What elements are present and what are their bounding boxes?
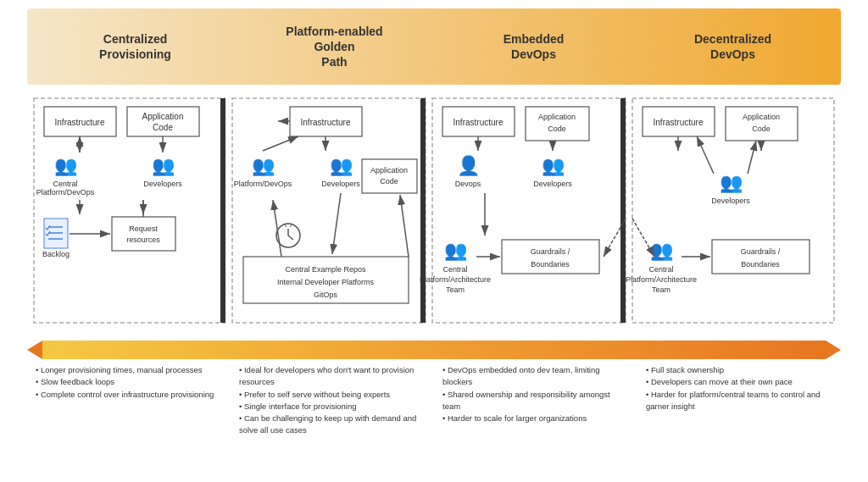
s3-devops-label: Devops: [455, 180, 481, 188]
bullet-item: Complete control over infrastructure pro…: [36, 389, 222, 401]
bullet-item: Harder to scale for larger organizations: [442, 413, 629, 424]
bullet-item: Ideal for developers who don't want to p…: [239, 364, 426, 389]
s4-appcode-box: [726, 107, 798, 141]
s4-central-label2: Platform/Architecture: [626, 275, 697, 284]
bullet-item: Longer provisioning times, manual proces…: [36, 364, 222, 376]
s2-timer-top2: [290, 224, 292, 227]
s1-infra-label: Infrastructure: [55, 118, 105, 127]
s3-devops-icon: 👤: [457, 154, 481, 177]
s2-separator: [420, 98, 426, 323]
bullet-item: Shared ownership and responsibility amon…: [442, 389, 629, 413]
bullet-item: Full stack ownership: [646, 364, 832, 376]
s1-platform-label2: Platform/DevOps: [36, 188, 95, 197]
bullet-item: Slow feedback loops: [36, 376, 222, 388]
s2-arrow5: [400, 195, 409, 257]
s3-infra-label: Infrastructure: [453, 118, 504, 127]
s4-guardrails-box: [712, 240, 810, 274]
platform-bullets: Ideal for developers who don't want to p…: [239, 364, 426, 437]
s3-central-label1: Central: [442, 265, 467, 274]
s2-repos-label2: Internal Developer Platforms: [277, 278, 375, 286]
embedded-bullets: DevOps embedded onto dev team, limiting …: [442, 364, 629, 424]
s4-guardrails-label2: Boundaries: [741, 260, 780, 269]
decentralized-bullets: Full stack ownership Developers can move…: [646, 364, 832, 413]
s3-appcode-box: [526, 107, 589, 141]
s3-central-label2: Platform/Architecture: [420, 275, 491, 284]
diagram-area: Infrastructure Application Code 👥 Centra…: [27, 91, 841, 337]
s2-arrow4: [332, 193, 341, 254]
s2-appcode-box: [362, 159, 417, 193]
s3-dev-label: Developers: [533, 180, 572, 188]
s1-backlog-label: Backlog: [42, 250, 70, 258]
s4-arrow4: [748, 141, 756, 174]
s3-guardrails-label2: Boundaries: [531, 260, 570, 269]
left-arrow: [27, 341, 42, 359]
s2-infra-label: Infrastructure: [301, 118, 351, 127]
s1-appcode-label1: Application: [142, 112, 184, 121]
s4-guardrails-label1: Guardrails /: [741, 247, 781, 256]
s1-dev-label: Developers: [143, 180, 182, 188]
s2-arrow2: [263, 136, 298, 151]
s1-request-label1: Request: [129, 224, 158, 233]
s3-appcode-label2: Code: [548, 125, 566, 133]
s1-appcode-label2: Code: [153, 123, 173, 132]
s3-guardrails-box: [502, 240, 599, 274]
s4-central-label3: Team: [652, 285, 670, 294]
s3-appcode-label1: Application: [538, 113, 576, 121]
s1-separator: [220, 98, 225, 323]
section-platform: Platform-enabledGoldenPath: [235, 17, 434, 77]
bullet-item: Prefer to self serve without being exper…: [239, 389, 426, 401]
section-decentralized: DecentralizedDevOps: [633, 25, 832, 69]
bottom-text-area: Longer provisioning times, manual proces…: [27, 364, 841, 437]
s4-dashed-arrow: [632, 219, 654, 257]
main-container: CentralizedProvisioning Platform-enabled…: [0, 8, 868, 482]
s4-dev-icon: 👥: [720, 171, 743, 194]
s1-platform-icon: 👥: [54, 154, 78, 177]
s4-appcode-label1: Application: [743, 113, 780, 121]
diagram-svg: Infrastructure Application Code 👥 Centra…: [27, 91, 841, 337]
s2-platform-icon: 👥: [252, 154, 275, 177]
s1-request-box: [112, 217, 175, 251]
s4-central-label1: Central: [648, 265, 673, 274]
s1-dev-icon: 👥: [152, 154, 175, 177]
s2-platform-label: Platform/DevOps: [234, 180, 292, 188]
s3-guardrails-label1: Guardrails /: [531, 247, 570, 256]
s3-dev-icon: 👥: [542, 154, 565, 177]
s2-timer-hand2: [288, 235, 293, 240]
bullet-item: DevOps embedded onto dev team, limiting …: [442, 364, 629, 389]
s4-infra-label: Infrastructure: [654, 118, 704, 127]
s3-central-label3: Team: [446, 285, 465, 294]
s1-platform-label1: Central: [53, 180, 77, 188]
s2-appcode-label2: Code: [380, 177, 398, 186]
section-centralized: CentralizedProvisioning: [36, 25, 235, 69]
section-embedded: EmbeddedDevOps: [434, 25, 633, 69]
platform-title: Platform-enabledGoldenPath: [242, 24, 427, 70]
s1-request-label2: resources: [126, 235, 160, 244]
decentralized-title: DecentralizedDevOps: [640, 31, 826, 62]
s3-separator: [620, 98, 626, 323]
bottom-decentralized: Full stack ownership Developers can move…: [637, 364, 841, 437]
arrow-line: [42, 341, 826, 359]
s3-central-icon: 👥: [444, 239, 468, 262]
s2-repos-label1: Central Example Repos: [285, 265, 366, 274]
s4-arrow3: [697, 136, 714, 174]
bottom-platform: Ideal for developers who don't want to p…: [231, 364, 434, 437]
centralized-bullets: Longer provisioning times, manual proces…: [36, 364, 222, 401]
bottom-centralized: Longer provisioning times, manual proces…: [27, 364, 231, 437]
centralized-title: CentralizedProvisioning: [42, 31, 228, 62]
top-bar: CentralizedProvisioning Platform-enabled…: [27, 8, 841, 85]
bullet-item: Can be challenging to keep up with deman…: [239, 413, 426, 437]
s4-central-icon: 👥: [650, 239, 674, 262]
s2-arrow3: [273, 200, 281, 257]
bullet-item: Single interface for provisioning: [239, 401, 426, 413]
direction-arrow-bar: [27, 341, 841, 359]
s2-dev-icon: 👥: [330, 154, 353, 177]
bullet-item: Harder for platform/central teams to con…: [646, 389, 832, 413]
s2-timer-top1: [285, 224, 287, 227]
s2-appcode-label1: Application: [370, 166, 408, 175]
embedded-title: EmbeddedDevOps: [441, 31, 626, 62]
s4-dev-label: Developers: [711, 197, 750, 205]
bullet-item: Developers can move at their own pace: [646, 376, 832, 388]
right-arrow: [826, 341, 841, 359]
bottom-embedded: DevOps embedded onto dev team, limiting …: [434, 364, 637, 437]
s2-dev-label: Developers: [321, 180, 360, 188]
